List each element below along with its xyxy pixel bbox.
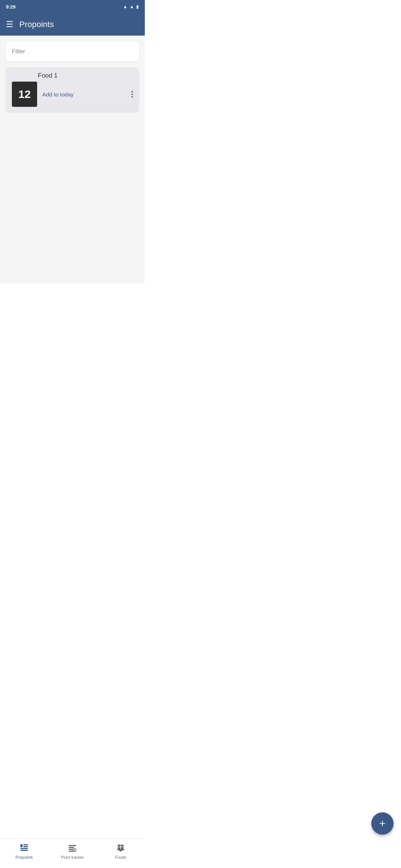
more-options-icon[interactable] (131, 91, 133, 98)
filter-input[interactable] (12, 48, 133, 55)
battery-icon: ▮ (136, 4, 139, 9)
status-icons: ▲ ▲ ▮ (123, 4, 139, 9)
food-actions: Add to today (42, 91, 133, 98)
food-name: Food 1 (38, 72, 58, 79)
food-card-body: 12 Add to today (6, 82, 139, 112)
status-bar: 9:29 ▲ ▲ ▮ (0, 0, 145, 13)
food-card: Food 1 12 Add to today (6, 68, 139, 112)
main-content: Food 1 12 Add to today (0, 36, 145, 283)
signal-icon: ▲ (123, 4, 127, 9)
app-title: Propoints (19, 20, 54, 29)
food-card-header: Food 1 (6, 68, 139, 82)
wifi-icon: ▲ (130, 4, 134, 9)
points-badge: 12 (12, 82, 37, 107)
app-bar: ☰ Propoints (0, 13, 145, 36)
menu-icon[interactable]: ☰ (6, 20, 13, 29)
filter-container (6, 42, 139, 62)
add-to-today-button[interactable]: Add to today (42, 91, 74, 98)
status-time: 9:29 (6, 4, 16, 10)
